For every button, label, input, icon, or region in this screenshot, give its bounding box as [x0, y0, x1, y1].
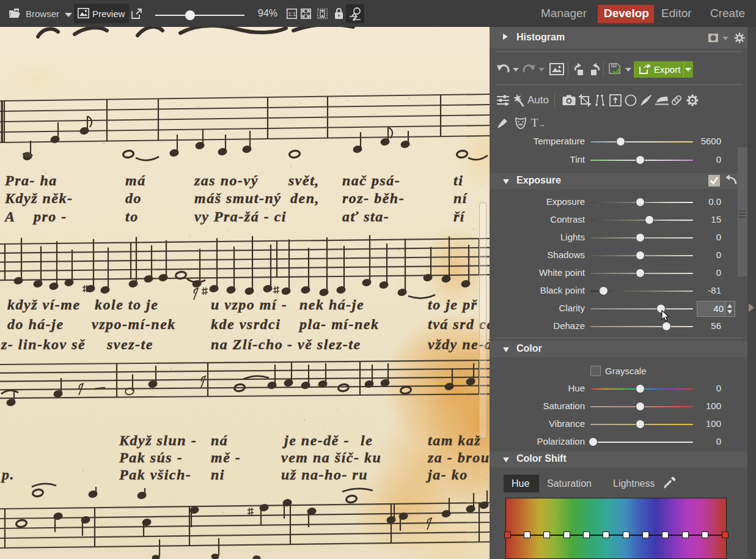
svg-text:to: to: [125, 209, 139, 224]
svg-text:le: le: [361, 432, 373, 448]
svg-text:vem na šíč- ku: vem na šíč- ku: [281, 450, 381, 465]
svg-text:p.: p.: [1, 467, 15, 483]
svg-text:ni: ni: [211, 467, 225, 483]
svg-text:kde vsrdci: kde vsrdci: [211, 316, 281, 332]
svg-text:Pak sús -: Pak sús -: [119, 450, 183, 465]
svg-text:ná: ná: [211, 432, 228, 448]
svg-text:nek há-je: nek há-je: [299, 297, 364, 313]
svg-text:1:1: 1:1: [288, 11, 296, 17]
svg-text:vy Pra-žá - ci: vy Pra-žá - ci: [194, 209, 287, 224]
svg-text:tam kaž: tam kaž: [428, 432, 481, 448]
svg-text:roz- běh-: roz- běh-: [342, 190, 405, 206]
svg-text:svět,: svět,: [288, 172, 320, 188]
svg-text:má: má: [125, 172, 146, 188]
svg-text:už na-ho- ru: už na-ho- ru: [281, 467, 368, 483]
svg-text:máš smut-ný: máš smut-ný: [194, 190, 282, 206]
svg-text:svez-te: svez-te: [106, 336, 153, 352]
svg-text:když ví-me: když ví-me: [7, 297, 81, 313]
svg-text:den,: den,: [290, 190, 320, 206]
svg-text:ní: ní: [453, 190, 468, 206]
svg-text:do há-je: do há-je: [7, 316, 64, 332]
svg-text:Když slun -: Když slun -: [119, 432, 197, 448]
svg-text:ať sta-: ať sta-: [342, 209, 389, 224]
svg-text:nač psá-: nač psá-: [342, 172, 400, 188]
svg-text:ří: ří: [453, 209, 466, 224]
svg-text:ti: ti: [453, 172, 463, 188]
svg-text:z- lin-kov sě: z- lin-kov sě: [1, 336, 86, 352]
svg-text:zas no-vý: zas no-vý: [194, 172, 259, 188]
svg-text:- vě slez-te: - vě slez-te: [287, 336, 361, 352]
svg-text:za - brou: za - brou: [427, 450, 490, 465]
svg-text:Pra- ha: Pra- ha: [4, 172, 57, 188]
svg-text:u vzpo mí -: u vzpo mí -: [211, 297, 287, 313]
svg-text:na Zlí-cho: na Zlí-cho: [211, 336, 283, 352]
svg-text:vzpo-mí-nek: vzpo-mí-nek: [92, 316, 176, 332]
svg-text:pla- mí-nek: pla- mí-nek: [298, 316, 380, 332]
svg-text:Když něk-: Když něk-: [4, 190, 73, 206]
svg-text:pro -: pro -: [32, 209, 67, 224]
svg-text:Pak všich-: Pak všich-: [119, 467, 191, 483]
svg-text:do: do: [125, 190, 142, 206]
svg-text:je ne-dě -: je ne-dě -: [282, 432, 350, 448]
svg-text:ja- ko: ja- ko: [425, 467, 468, 483]
svg-text:mě -: mě -: [211, 450, 241, 465]
svg-text:kole to je: kole to je: [95, 297, 158, 313]
svg-text:A: A: [4, 209, 16, 224]
svg-text:to je př: to je př: [428, 297, 477, 313]
